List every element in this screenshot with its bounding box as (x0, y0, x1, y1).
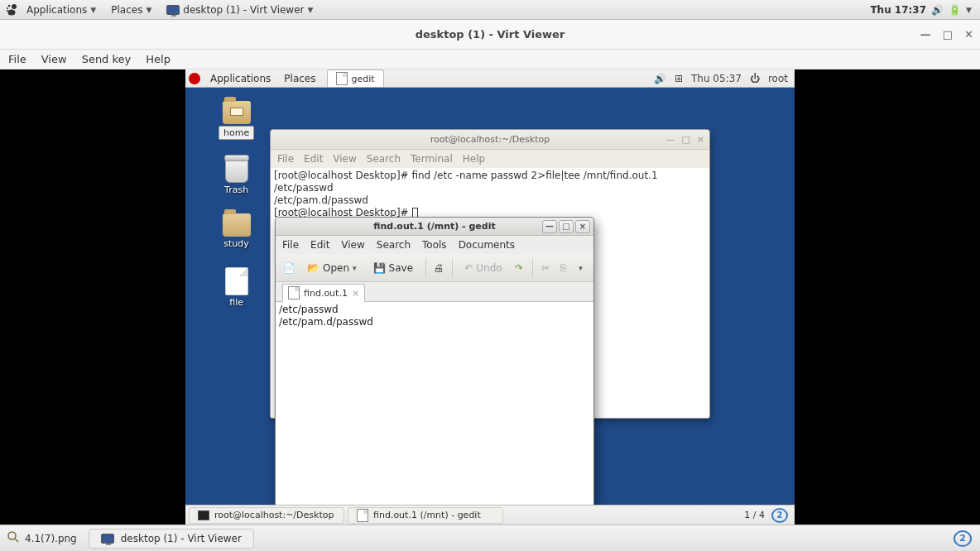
gedit-tools-menu[interactable]: Tools (422, 239, 447, 251)
gedit-search-menu[interactable]: Search (377, 239, 411, 251)
guest-places-menu[interactable]: Places (277, 71, 322, 86)
tab-close-icon[interactable]: × (352, 288, 359, 299)
taskbar-item-gedit[interactable]: find.out.1 (/mnt) - gedit (348, 507, 503, 524)
guest-desktop[interactable]: Applications Places gedit 🔊 ⊞ Thu 05:37 … (185, 69, 795, 525)
guest-user-label[interactable]: root (768, 73, 788, 84)
vv-file-menu[interactable]: File (8, 53, 26, 65)
copy-button[interactable]: ⎘ (557, 257, 569, 279)
host-thumb-label[interactable]: 4.1(7).png (25, 533, 77, 544)
gedit-documents-menu[interactable]: Documents (459, 239, 515, 251)
gedit-tab-label: find.out.1 (304, 288, 348, 299)
guest-clock[interactable]: Thu 05:37 (691, 73, 742, 84)
task-label: root@localhost:~/Desktop (214, 510, 334, 520)
virt-viewer-titlebar: desktop (1) - Virt Viewer — □ ✕ (0, 20, 980, 50)
host-active-window-menu[interactable]: desktop (1) - Virt Viewer▼ (160, 2, 319, 17)
gedit-toolbar: 📄 📂Open▾ 💾Save 🖨 ↶Undo ↷ ✂ ⎘ ▾ (276, 254, 593, 282)
battery-icon[interactable]: 🔋 (949, 4, 961, 16)
svg-point-4 (8, 9, 16, 15)
close-button[interactable]: × (697, 134, 704, 145)
taskbar-item-virt-viewer[interactable]: desktop (1) - Virt Viewer (89, 529, 254, 549)
host-applications-menu[interactable]: Applications▼ (20, 2, 103, 17)
minimize-button[interactable]: — (920, 28, 931, 41)
volume-icon[interactable]: 🔊 (931, 4, 944, 16)
study-label: study (223, 238, 249, 249)
term-file-menu[interactable]: File (277, 153, 294, 165)
close-button[interactable]: ✕ (964, 28, 973, 41)
gedit-text-area[interactable]: /etc/passwd /etc/pam.d/passwd (276, 302, 593, 505)
guest-applications-menu[interactable]: Applications (204, 71, 277, 86)
gedit-icon (357, 509, 368, 522)
workspace-indicator[interactable]: 1 / 4 (744, 510, 765, 520)
cut-button[interactable]: ✂ (539, 257, 551, 279)
logout-icon[interactable]: ⏻ (750, 73, 760, 84)
minimize-button[interactable]: — (542, 220, 557, 233)
user-menu-icon[interactable]: ▼ (966, 6, 972, 14)
guest-bottom-panel: root@localhost:~/Desktop find.out.1 (/mn… (185, 505, 795, 525)
virt-viewer-menubar: File View Send key Help (0, 50, 980, 69)
close-button[interactable]: × (575, 220, 590, 233)
new-button[interactable]: 📄 (282, 257, 296, 279)
gedit-file-menu[interactable]: File (282, 239, 299, 251)
taskbar-item-terminal[interactable]: root@localhost:~/Desktop (189, 507, 344, 524)
terminal-titlebar[interactable]: root@localhost:~/Desktop — □ × (271, 130, 709, 150)
open-button[interactable]: 📂Open▾ (301, 257, 363, 279)
trash-icon[interactable]: Trash (219, 158, 254, 195)
save-button[interactable]: 💾Save (368, 257, 419, 279)
copy-icon: ⎘ (560, 262, 566, 274)
separator (425, 259, 426, 277)
virt-viewer-icon (101, 534, 114, 544)
host-clock[interactable]: Thu 17:37 (870, 4, 926, 16)
guest-active-app-tab[interactable]: gedit (327, 69, 383, 87)
gnome-foot-icon (5, 3, 18, 17)
task-label: find.out.1 (/mnt) - gedit (373, 510, 481, 520)
undo-label: Undo (476, 262, 502, 274)
file-icon[interactable]: file (219, 267, 254, 308)
redhat-icon (189, 73, 200, 84)
vv-sendkey-menu[interactable]: Send key (82, 53, 132, 65)
gedit-edit-menu[interactable]: Edit (310, 239, 329, 251)
host-active-window-label: desktop (1) - Virt Viewer (183, 4, 304, 16)
network-icon[interactable]: ⊞ (675, 73, 683, 84)
maximize-button[interactable]: □ (681, 134, 689, 145)
term-line: /etc/passwd (274, 182, 334, 194)
save-label: Save (389, 262, 413, 274)
toolbar-overflow[interactable]: ▾ (574, 257, 587, 279)
term-search-menu[interactable]: Search (367, 153, 401, 165)
maximize-button[interactable]: □ (559, 220, 574, 233)
gedit-line: /etc/pam.d/passwd (279, 316, 373, 328)
virt-viewer-title-label: desktop (1) - Virt Viewer (416, 28, 565, 41)
term-view-menu[interactable]: View (333, 153, 356, 165)
terminal-title-label: root@localhost:~/Desktop (430, 134, 550, 145)
print-button[interactable]: 🖨 (433, 257, 445, 279)
gedit-titlebar[interactable]: find.out.1 (/mnt) - gedit — □ × (276, 218, 593, 236)
term-terminal-menu[interactable]: Terminal (411, 153, 453, 165)
open-icon: 📂 (307, 262, 319, 274)
guest-active-app-label: gedit (351, 74, 374, 84)
undo-button[interactable]: ↶Undo (459, 257, 507, 279)
redo-button[interactable]: ↷ (513, 257, 526, 279)
new-doc-icon: 📄 (283, 262, 295, 274)
dropdown-icon: ▼ (146, 6, 151, 14)
workspace-pager[interactable]: 2 (771, 508, 788, 523)
gedit-tab[interactable]: find.out.1 × (282, 284, 365, 302)
host-top-panel: Applications▼ Places▼ desktop (1) - Virt… (0, 0, 980, 20)
svg-point-1 (8, 4, 11, 7)
host-workspace-pager[interactable]: 2 (954, 530, 972, 547)
term-help-menu[interactable]: Help (463, 153, 485, 165)
volume-icon[interactable]: 🔊 (654, 73, 666, 84)
vv-view-menu[interactable]: View (41, 53, 67, 65)
gedit-view-menu[interactable]: View (341, 239, 364, 251)
study-folder-icon[interactable]: study (219, 213, 254, 249)
dropdown-icon: ▼ (307, 6, 313, 14)
guest-top-panel: Applications Places gedit 🔊 ⊞ Thu 05:37 … (185, 69, 795, 88)
vv-help-menu[interactable]: Help (146, 53, 171, 65)
minimize-button[interactable]: — (665, 134, 675, 145)
gedit-icon (336, 72, 348, 85)
term-edit-menu[interactable]: Edit (304, 153, 323, 165)
host-places-menu[interactable]: Places▼ (104, 2, 158, 17)
home-folder-icon[interactable]: home (219, 101, 254, 140)
gedit-window[interactable]: find.out.1 (/mnt) - gedit — □ × File Edi… (275, 217, 594, 506)
magnifier-icon[interactable] (7, 530, 20, 546)
separator (452, 259, 453, 277)
maximize-button[interactable]: □ (943, 28, 953, 41)
